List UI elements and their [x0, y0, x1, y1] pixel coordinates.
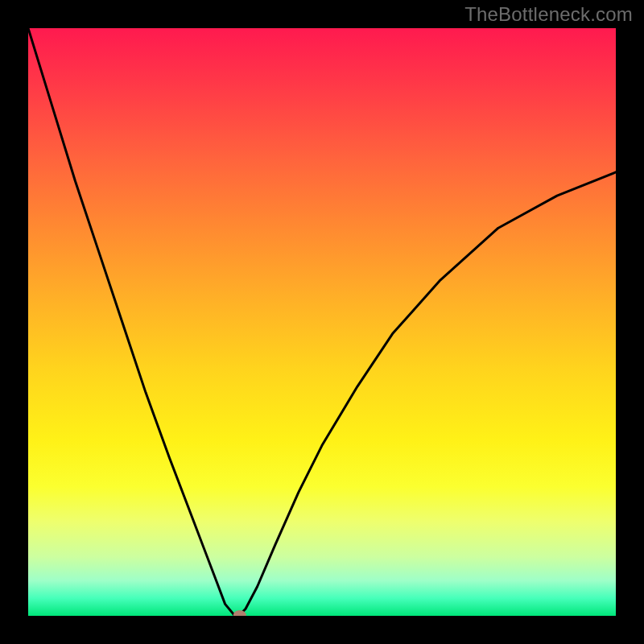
chart-frame: TheBottleneck.com	[0, 0, 644, 644]
curve-line	[28, 28, 616, 615]
plot-area	[28, 28, 616, 616]
chart-svg	[28, 28, 616, 616]
watermark-text: TheBottleneck.com	[464, 3, 633, 26]
